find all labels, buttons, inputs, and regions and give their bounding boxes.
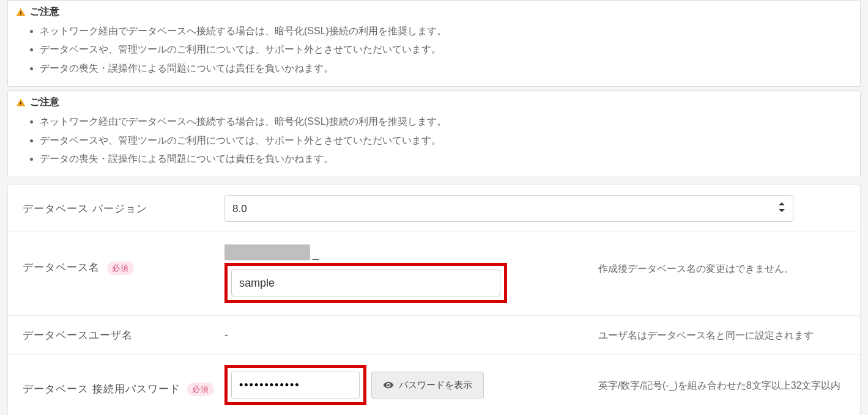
required-badge: 必須 [107,262,134,275]
row-db-password: データベース 接続用パスワード 必須 パスワードを表示 英字/数字/記号(-_)… [8,355,860,415]
label-db-password: データベース 接続用パスワード 必須 [23,375,224,397]
db-name-input[interactable] [231,270,500,296]
show-password-label: パスワードを表示 [399,380,472,391]
db-name-prefix-row: _ [224,244,507,260]
show-password-button[interactable]: パスワードを表示 [371,372,484,398]
notice-box-2: ご注意 ネットワーク経由でデータベースへ接続する場合は、暗号化(SSL)接続の利… [7,90,861,177]
database-form: データベース バージョン 8.0 データベース名 必須 _ [7,185,861,415]
notice-item: データの喪失・誤操作による問題については責任を負いかねます。 [40,150,853,168]
required-badge: 必須 [187,383,214,396]
row-db-user: データベースユーザ名 - ユーザ名はデータベース名と同一に設定されます [8,316,860,355]
notice-item: データベースや、管理ツールのご利用については、サポート外とさせていただいています… [40,40,853,59]
notice-header: ご注意 [15,96,853,109]
db-user-value: - [224,329,228,342]
helper-db-user: ユーザ名はデータベース名と同一に設定されます [588,327,845,343]
notice-item: ネットワーク経由でデータベースへ接続する場合は、暗号化(SSL)接続の利用を推奨… [40,22,853,40]
helper-db-name: 作成後データベース名の変更はできません。 [588,244,845,277]
helper-db-password: 英字/数字/記号(-_)を組み合わせた8文字以上32文字以内 [588,377,845,394]
db-version-select[interactable]: 8.0 [224,195,793,222]
notice-title: ご注意 [30,6,59,18]
row-db-version: データベース バージョン 8.0 [8,185,860,232]
eye-icon [383,380,394,391]
highlight-db-name [224,263,507,303]
label-db-version: データベース バージョン [23,202,224,216]
db-password-input[interactable] [231,372,360,398]
notice-item: データの喪失・誤操作による問題については責任を負いかねます。 [40,59,853,78]
notice-box-1: ご注意 ネットワーク経由でデータベースへ接続する場合は、暗号化(SSL)接続の利… [7,0,861,87]
notice-list: ネットワーク経由でデータベースへ接続する場合は、暗号化(SSL)接続の利用を推奨… [15,22,853,78]
row-db-name: データベース名 必須 _ 作成後データベース名の変更はできません。 [8,232,860,316]
highlight-db-password [224,365,366,405]
warning-icon [15,7,26,18]
notice-header: ご注意 [15,6,853,18]
notice-item: データベースや、管理ツールのご利用については、サポート外とさせていただいています… [40,131,853,150]
warning-icon [15,97,26,108]
notice-title: ご注意 [30,96,59,109]
label-db-name: データベース名 必須 [23,244,224,275]
db-name-prefix-mask [224,244,310,260]
prefix-separator: _ [313,248,319,260]
notice-list: ネットワーク経由でデータベースへ接続する場合は、暗号化(SSL)接続の利用を推奨… [15,112,853,168]
label-db-user: データベースユーザ名 [23,328,224,342]
notice-item: ネットワーク経由でデータベースへ接続する場合は、暗号化(SSL)接続の利用を推奨… [40,112,853,131]
